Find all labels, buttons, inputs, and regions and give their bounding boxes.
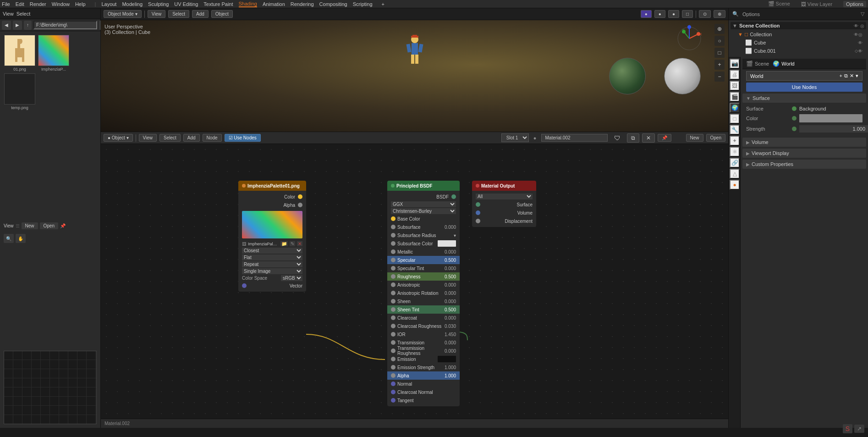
vp-mode-dropdown[interactable]: Object Mode ▾ [104,10,142,18]
it-vector-socket[interactable] [242,283,247,288]
ne-open-btn[interactable]: Open [40,222,58,229]
ne-zoom-icon[interactable]: 🔍 [4,234,14,243]
prop-particle-icon[interactable]: ✦ [730,136,740,146]
bsdf-emission-strength-socket[interactable] [391,365,396,370]
bottom-expand-icon[interactable]: ↗ [854,425,864,433]
it-projection-select[interactable]: Flat [242,254,302,260]
rh2-scene[interactable]: 🎬 Scene [746,61,769,67]
vp-select-btn[interactable]: Select [168,10,189,18]
viewport-canvas[interactable]: User Perspective (3) Collection | Cube [101,20,728,132]
ne-material-name[interactable] [541,134,608,142]
bsdf-subsurface-radius-socket[interactable] [391,233,396,238]
bsdf-clearcoat-rough-socket[interactable] [391,324,396,328]
cube001-item[interactable]: ⬜ Cube.001 ◇ 👁 [731,47,866,55]
menu-help[interactable]: Help [75,1,86,7]
ne-select-btn[interactable]: Select [159,134,181,142]
ne-new-btn-header[interactable]: New [686,134,703,142]
bottom-shader-icon[interactable]: S [843,424,852,433]
color-swatch[interactable] [799,114,863,122]
bsdf-transmission-socket[interactable] [391,340,396,345]
world-use-nodes-btn[interactable]: Use Nodes [746,83,863,92]
vp-wireframe-shading[interactable]: □ [682,10,693,18]
bsdf-specular-tint-socket[interactable] [391,266,396,271]
ne-close-icon[interactable]: ✕ [642,133,655,143]
bsdf-roughness-socket[interactable] [391,274,396,279]
ws-shading[interactable]: Shading [239,1,257,7]
menu-render[interactable]: Render [30,1,46,7]
bsdf-specular-socket[interactable] [391,258,396,262]
ne-open-btn-header[interactable]: Open [706,134,725,142]
thumb-01[interactable]: 01.png [4,35,36,72]
ws-compositing[interactable]: Compositing [319,1,347,7]
it-source-select[interactable]: Single Image [242,268,302,274]
lp-icon-btn-1[interactable]: ◀ [2,21,11,30]
rp-filter-icon[interactable]: ▽ [861,11,864,17]
lp-icon-btn-3[interactable]: ↑ [24,21,32,30]
bsdf-aniso-rot-socket[interactable] [391,291,396,295]
prop-scene-icon[interactable]: 🎬 [730,92,740,102]
ws-close-icon[interactable]: ✕ [850,73,854,79]
vp-object-btn[interactable]: Object [211,10,233,18]
bsdf-subsystem-select[interactable]: Christensen-Burley [391,208,456,214]
viewport-display-header[interactable]: ▶ Viewport Display [742,149,866,158]
bsdf-emission-socket[interactable] [391,357,396,361]
ne-header-obj-btn[interactable]: ● Object ▾ [104,134,133,142]
principled-bsdf-node[interactable]: Principled BSDF BSDF GGX [387,181,460,406]
ne-use-nodes-btn[interactable]: ☑ Use Nodes [225,134,261,142]
lp-view-btn[interactable]: View [3,11,14,17]
vp-nav-btn-5[interactable]: − [714,72,725,82]
mo-all-select[interactable]: All [476,194,533,199]
mo-volume-socket[interactable] [476,210,480,215]
collection-item[interactable]: ▼ □ Collection 👁 ◎ [731,30,866,39]
it-remove-btn[interactable]: ✕ [297,241,302,246]
volume-header[interactable]: ▶ Volume [742,138,866,147]
lp-icon-btn-2[interactable]: ▶ [13,21,22,30]
rh2-world[interactable]: 🌍 World [773,61,795,67]
ws-layout[interactable]: Layout [101,1,116,7]
ws-new-icon[interactable]: + [840,73,842,79]
prop-modifier-icon[interactable]: 🔧 [730,125,740,135]
ne-copy-icon[interactable]: ⧉ [627,133,639,143]
prop-render-icon[interactable]: 📷 [730,59,740,69]
bsdf-trans-rough-socket[interactable] [391,348,396,353]
thumb-palette[interactable]: ImphenziaP... [38,35,70,72]
it-edit-btn[interactable]: ✎ [290,241,295,246]
coll-eye-icon[interactable]: 👁 [854,32,858,37]
vp-viewport-shading[interactable]: ● [641,10,652,18]
vp-rendered-shading[interactable]: ● [654,10,665,18]
mo-displacement-socket[interactable] [476,219,480,223]
sc-cursor-icon[interactable]: ◎ [860,23,864,28]
vp-gizmo-btn[interactable]: ⊕ [714,10,725,18]
custom-props-header[interactable]: ▶ Custom Properties [742,160,866,169]
prop-data-icon[interactable]: △ [730,169,740,179]
ws-texture-paint[interactable]: Texture Paint [203,1,233,7]
bsdf-ior-socket[interactable] [391,332,396,337]
ws-rendering[interactable]: Rendering [291,1,314,7]
ne-slot-select[interactable]: Slot 1 [501,133,529,142]
menu-window[interactable]: Window [52,1,70,7]
it-browse-btn[interactable]: 📁 [280,241,288,246]
it-alpha-socket[interactable] [298,203,302,207]
ws-add[interactable]: + [382,1,385,7]
ne-pin-icon[interactable]: 📌 [658,134,671,142]
bsdf-clearcoat-normal-socket[interactable] [391,390,396,394]
menu-edit[interactable]: Edit [16,1,24,7]
thumb-temp[interactable]: temp.png [4,73,36,110]
bsdf-distribution-select[interactable]: GGX [391,201,456,207]
world-select-dropdown[interactable]: World + ⧉ ✕ ▾ [746,71,863,81]
vp-nav-btn-4[interactable]: + [714,60,725,70]
it-interpolation-select[interactable]: Closest [242,248,302,254]
bsdf-base-color-socket[interactable] [391,216,396,221]
bsdf-clearcoat-socket[interactable] [391,315,396,320]
cube-eye-icon[interactable]: 👁 [858,40,863,45]
bsdf-anisotropic-socket[interactable] [391,282,396,287]
bsdf-metallic-socket[interactable] [391,249,396,254]
it-color-socket[interactable] [298,194,302,199]
ne-new-btn[interactable]: New [22,222,38,229]
ne-add-btn[interactable]: Add [183,134,200,142]
ne-view-btn[interactable]: View [139,134,157,142]
ws-uv-editing[interactable]: UV Editing [174,1,198,7]
prop-output-icon[interactable]: 🖨 [730,70,740,80]
material-output-node[interactable]: Material Output All Surface [472,181,536,227]
surface-header[interactable]: ▼ Surface [742,94,866,103]
